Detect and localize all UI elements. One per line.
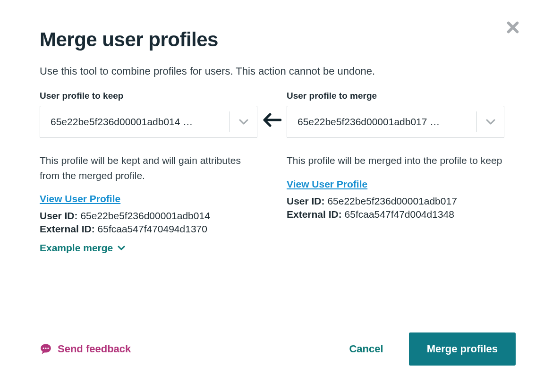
keep-external-id-row: External ID: 65fcaa547f470494d1370 [40,223,257,235]
merge-select-caret[interactable] [476,111,504,132]
keep-external-id-value: 65fcaa547f470494d1370 [98,223,207,234]
dialog-subtitle: Use this tool to combine profiles for us… [40,65,504,77]
keep-user-id-row: User ID: 65e22be5f236d00001adb014 [40,210,257,222]
user-id-label: User ID: [40,210,78,221]
external-id-label: External ID: [287,209,342,220]
chat-bubble-icon [40,343,52,355]
external-id-label: External ID: [40,223,95,234]
merge-select-value: 65e22be5f236d00001adb017 … [287,116,476,128]
merge-column: User profile to merge 65e22be5f236d00001… [287,91,504,220]
merge-profile-select[interactable]: 65e22be5f236d00001adb017 … [287,106,504,138]
merge-external-id-value: 65fcaa547f47d004d1348 [345,209,454,220]
merge-profiles-dialog: Merge user profiles Use this tool to com… [0,0,544,392]
keep-view-profile-link[interactable]: View User Profile [40,193,120,205]
close-button[interactable] [506,21,521,36]
arrow-left-icon [263,112,281,128]
keep-label: User profile to keep [40,91,257,101]
merge-user-id-row: User ID: 65e22be5f236d00001adb017 [287,196,504,207]
close-icon [506,21,519,34]
example-merge-label: Example merge [40,242,113,254]
keep-select-value: 65e22be5f236d00001adb014 … [40,116,230,128]
dialog-footer: Send feedback Cancel Merge profiles [40,332,516,366]
keep-profile-select[interactable]: 65e22be5f236d00001adb014 … [40,106,257,138]
send-feedback-link[interactable]: Send feedback [40,343,131,355]
merge-view-profile-link[interactable]: View User Profile [287,179,367,190]
svg-point-1 [43,348,44,349]
chevron-down-icon [118,245,125,251]
svg-point-2 [45,348,46,349]
keep-column: User profile to keep 65e22be5f236d00001a… [40,91,257,254]
merge-direction-arrow [257,91,287,128]
footer-actions: Cancel Merge profiles [349,332,516,366]
chevron-down-icon [486,119,495,125]
svg-point-3 [47,348,49,349]
dialog-title: Merge user profiles [40,28,504,51]
merge-profiles-button[interactable]: Merge profiles [409,332,516,366]
cancel-button[interactable]: Cancel [349,343,383,355]
merge-label: User profile to merge [287,91,504,101]
send-feedback-label: Send feedback [58,343,131,355]
keep-description: This profile will be kept and will gain … [40,153,257,183]
merge-description: This profile will be merged into the pro… [287,153,504,168]
keep-user-id-value: 65e22be5f236d00001adb014 [80,210,210,221]
merge-external-id-row: External ID: 65fcaa547f47d004d1348 [287,209,504,220]
example-merge-toggle[interactable]: Example merge [40,242,125,254]
profile-columns: User profile to keep 65e22be5f236d00001a… [40,91,504,254]
merge-user-id-value: 65e22be5f236d00001adb017 [327,196,457,206]
keep-select-caret[interactable] [230,111,257,132]
user-id-label: User ID: [287,196,325,206]
chevron-down-icon [239,119,248,125]
